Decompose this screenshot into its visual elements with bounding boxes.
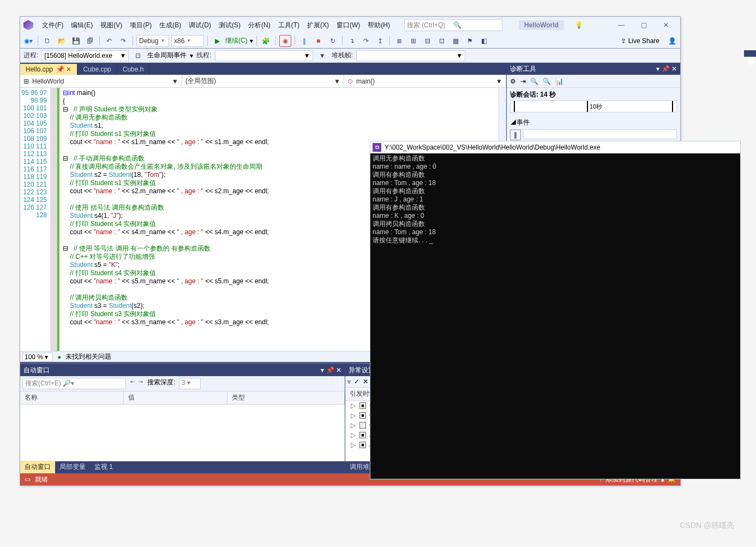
open-icon[interactable]: 📂 — [56, 35, 68, 47]
func-dropdown[interactable]: ⊙main()▼ — [344, 75, 506, 87]
t2-icon[interactable]: ⊞ — [407, 35, 419, 47]
menu-item[interactable]: 调试(D) — [185, 20, 214, 31]
zoom-in-icon[interactable]: 🔍 — [530, 78, 538, 85]
t5-icon[interactable]: ▦ — [450, 35, 462, 47]
save-all-icon[interactable]: 🗐 — [84, 35, 96, 47]
thread-dropdown[interactable]: ▼ — [215, 50, 313, 61]
live-share[interactable]: ⇪ Live Share — [616, 37, 664, 45]
process-label: 进程: — [23, 51, 38, 60]
diag-toolbar: ⚙ ⇥ 🔍 🔍 📊 — [507, 75, 680, 88]
zoom-out-icon[interactable]: 🔍 — [543, 78, 551, 85]
life-events-label: 生命周期事件 — [147, 51, 187, 60]
console-window: ⧉ Y:\002_WorkSpace\002_VS\HelloWorld\Hel… — [370, 141, 741, 479]
search-box[interactable]: 搜索 (Ctrl+Q)🔍 — [404, 19, 502, 31]
menu-item[interactable]: 编辑(E) — [68, 20, 96, 31]
menu-item[interactable]: 生成(B) — [156, 20, 184, 31]
filter-icon[interactable]: ▼ — [316, 50, 328, 62]
scope-dropdown[interactable]: ⊞HelloWorld▼ — [20, 75, 182, 87]
solution-explorer-tab[interactable]: 解决方案资源管理器 — [744, 50, 756, 57]
autos-tabstrip: 自动窗口局部变量监视 1 — [20, 461, 345, 473]
console-title[interactable]: ⧉ Y:\002_WorkSpace\002_VS\HelloWorld\Hel… — [370, 141, 740, 153]
main-menu: 文件(F)编辑(E)视图(V)项目(P)生成(B)调试(D)测试(S)分析(N)… — [39, 20, 393, 31]
autos-panel: 自动窗口▾ 📌 ✕ 搜索(Ctrl+E) 🔎▾ ← → 搜索深度: 3 ▾ 名称… — [20, 364, 345, 473]
menu-item[interactable]: 项目(P) — [127, 20, 155, 31]
menu-item[interactable]: 工具(T) — [275, 20, 303, 31]
minimize-button[interactable]: — — [610, 19, 632, 32]
nav-back-icon[interactable]: ◉▾ — [22, 35, 34, 47]
platform-dropdown[interactable]: x86▼ — [171, 35, 204, 47]
continue-label: 继续(C) — [225, 36, 248, 45]
t1-icon[interactable]: ≣ — [393, 35, 405, 47]
search-placeholder: 搜索 (Ctrl+Q) — [407, 21, 453, 30]
t4-icon[interactable]: ⊡ — [436, 35, 448, 47]
menu-item[interactable]: 文件(F) — [39, 20, 67, 31]
event-track — [523, 129, 677, 139]
export-icon[interactable]: ⇥ — [520, 78, 526, 85]
t3-icon[interactable]: ⊟ — [422, 35, 434, 47]
menu-item[interactable]: 窗口(W) — [333, 20, 363, 31]
menu-item[interactable]: 视图(V) — [97, 20, 125, 31]
search-icon[interactable]: 🔍 — [453, 21, 500, 29]
autos-list[interactable] — [20, 405, 345, 461]
process-dropdown[interactable]: [15608] HelloWorld.exe▼ — [41, 50, 129, 61]
bottom-tab[interactable]: 自动窗口 — [20, 461, 55, 473]
menu-item[interactable]: 分析(N) — [245, 20, 274, 31]
timeline[interactable]: 10秒 — [510, 100, 677, 112]
stack-dropdown[interactable]: ▼ — [356, 50, 465, 61]
screenshot-icon[interactable]: ◉ — [279, 35, 291, 47]
file-tab[interactable]: Cube.cpp — [77, 64, 117, 75]
toggle2-icon[interactable]: ✕ — [363, 378, 368, 385]
autos-search[interactable]: 搜索(Ctrl+E) 🔎▾ — [22, 378, 126, 389]
restart-icon[interactable]: ↻ — [327, 35, 339, 47]
attach-icon[interactable]: 🧩 — [260, 35, 272, 47]
t6-icon[interactable]: ⚑ — [464, 35, 476, 47]
account-icon[interactable]: 👤 — [666, 35, 678, 47]
session-label: 诊断会话: 14 秒 — [510, 90, 677, 99]
zoom[interactable]: 100 % ▾ — [22, 353, 53, 361]
pin-icon[interactable]: ▾ 📌 ✕ — [656, 65, 677, 73]
bottom-tab[interactable]: 监视 1 — [90, 461, 117, 473]
save-icon[interactable]: 💾 — [70, 35, 82, 47]
toggle1-icon[interactable]: ✓ — [354, 378, 359, 385]
filter-toggle-icon[interactable]: ▿ — [347, 378, 351, 385]
life-events-icon[interactable]: ⊡ — [132, 50, 144, 62]
window-icon: ▭ — [25, 475, 31, 483]
feedback-icon[interactable]: 💡 — [575, 21, 583, 29]
file-tab[interactable]: Cube.h — [117, 64, 150, 75]
step-into-icon[interactable]: ↴ — [346, 35, 358, 47]
diagnostics-header: 诊断工具▾ 📌 ✕ — [507, 63, 680, 75]
menu-item[interactable]: 测试(S) — [215, 20, 244, 31]
tick-label: 10秒 — [590, 103, 602, 111]
context-bar: ⊞HelloWorld▼ (全局范围)▼ ⊙main()▼ — [20, 75, 506, 88]
autos-pin-icon[interactable]: ▾ 📌 ✕ — [321, 366, 341, 374]
maximize-button[interactable]: ▢ — [633, 19, 655, 32]
file-tab[interactable]: Hello.cpp 📌 ✕ — [20, 64, 77, 75]
close-button[interactable]: ✕ — [655, 19, 677, 32]
new-file-icon[interactable]: 🗋 — [41, 35, 53, 47]
pause-events-icon[interactable]: ‖ — [510, 129, 521, 140]
vs-logo-icon — [23, 20, 33, 30]
file-tabs: Hello.cpp 📌 ✕Cube.cppCube.h — [20, 63, 506, 75]
continue-button[interactable]: ▶ — [211, 35, 223, 47]
debug-toolbar: 进程: [15608] HelloWorld.exe▼ ⊡生命周期事件▾ 线程:… — [20, 49, 680, 63]
scope2-dropdown[interactable]: (全局范围)▼ — [182, 75, 344, 87]
console-icon: ⧉ — [373, 143, 381, 152]
step-out-icon[interactable]: ↥ — [374, 35, 386, 47]
stack-label: 堆栈帧: — [332, 51, 353, 60]
main-toolbar: ◉▾ 🗋 📂 💾 🗐 ↶ ↷ Debug▼ x86▼ ▶继续(C)▾ 🧩 ◉ ‖… — [20, 33, 680, 49]
settings-icon[interactable]: ⚙ — [510, 78, 516, 85]
menu-item[interactable]: 扩展(X) — [304, 20, 332, 31]
config-dropdown[interactable]: Debug▼ — [136, 35, 169, 47]
menu-item[interactable]: 帮助(H) — [364, 20, 393, 31]
depth-input[interactable]: 3 ▾ — [179, 378, 201, 389]
bottom-tab[interactable]: 局部变量 — [55, 461, 90, 473]
watermark: CSDN @韩曙亮 — [680, 521, 734, 531]
step-over-icon[interactable]: ↷ — [360, 35, 372, 47]
pause-icon[interactable]: ‖ — [298, 35, 310, 47]
t7-icon[interactable]: ◧ — [478, 35, 490, 47]
redo-icon[interactable]: ↷ — [117, 35, 129, 47]
stop-icon[interactable]: ■ — [313, 35, 325, 47]
graph-icon[interactable]: 📊 — [555, 78, 563, 85]
events-label: ◢事件 — [510, 118, 677, 127]
undo-icon[interactable]: ↶ — [103, 35, 115, 47]
